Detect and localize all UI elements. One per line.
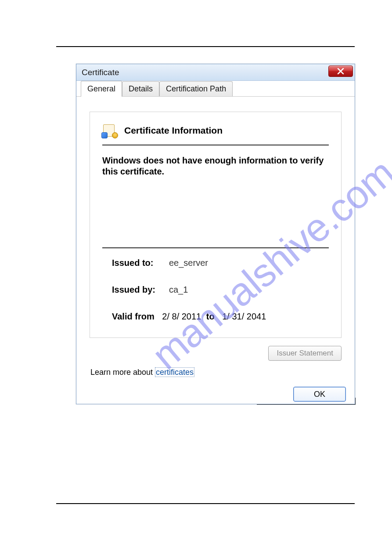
button-label: OK bbox=[314, 390, 325, 399]
tab-label: General bbox=[87, 84, 115, 94]
issuer-statement-button[interactable]: Issuer Statement bbox=[268, 346, 342, 361]
certificate-icon bbox=[102, 123, 117, 138]
valid-from-value: 2/ 8/ 2011 bbox=[162, 312, 201, 321]
tab-certification-path[interactable]: Certification Path bbox=[159, 81, 233, 96]
issued-to-row: Issued to: ee_server bbox=[102, 258, 329, 268]
page-rule bbox=[56, 46, 355, 47]
issued-by-label: Issued by: bbox=[112, 285, 169, 295]
tab-content: Certificate Information Windows does not… bbox=[76, 97, 355, 385]
dialog-footer: OK bbox=[76, 385, 355, 409]
ok-button[interactable]: OK bbox=[293, 387, 346, 402]
heading-row: Certificate Information bbox=[102, 123, 329, 145]
issuer-statement-row: Issuer Statement bbox=[90, 346, 342, 361]
valid-from-label: Valid from bbox=[112, 312, 155, 321]
certificate-info-box: Certificate Information Windows does not… bbox=[90, 112, 342, 338]
learn-more-prefix: Learn more about bbox=[90, 368, 155, 377]
close-button[interactable] bbox=[328, 65, 353, 77]
tab-details[interactable]: Details bbox=[122, 81, 159, 96]
window-title: Certificate bbox=[82, 68, 119, 77]
button-label: Issuer Statement bbox=[277, 349, 333, 358]
tab-label: Details bbox=[129, 84, 153, 94]
tab-label: Certification Path bbox=[166, 84, 226, 94]
certificate-dialog: Certificate General Details Certificatio… bbox=[76, 64, 355, 404]
issued-by-row: Issued by: ca_1 bbox=[102, 285, 329, 295]
certificates-link[interactable]: certificates bbox=[155, 367, 194, 377]
divider bbox=[102, 247, 329, 248]
heading-text: Certificate Information bbox=[124, 125, 223, 136]
page-rule bbox=[56, 503, 355, 504]
issued-by-value: ca_1 bbox=[169, 285, 188, 295]
titlebar: Certificate bbox=[76, 64, 355, 81]
warning-text: Windows does not have enough information… bbox=[102, 155, 329, 177]
valid-to-label: to bbox=[206, 312, 215, 321]
close-icon bbox=[337, 68, 344, 74]
tab-general[interactable]: General bbox=[81, 81, 122, 97]
learn-more-row: Learn more about certificates bbox=[90, 368, 342, 377]
valid-to-value: 1/ 31/ 2041 bbox=[222, 312, 266, 321]
issued-to-value: ee_server bbox=[169, 258, 208, 268]
valid-from-row: Valid from 2/ 8/ 2011 to 1/ 31/ 2041 bbox=[102, 312, 329, 322]
tab-strip: General Details Certification Path bbox=[76, 81, 355, 97]
issued-to-label: Issued to: bbox=[112, 258, 169, 268]
